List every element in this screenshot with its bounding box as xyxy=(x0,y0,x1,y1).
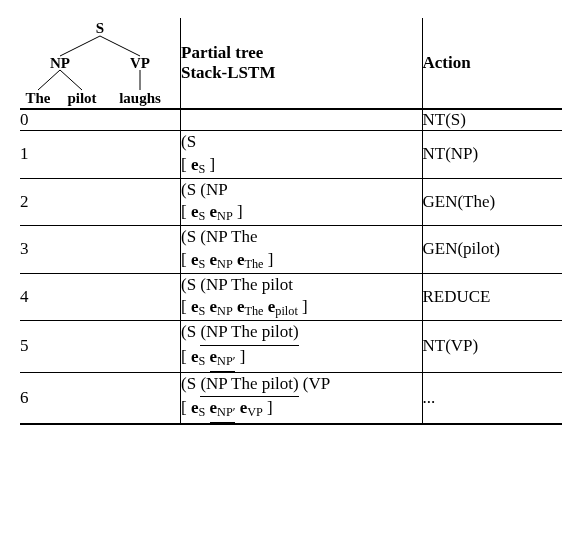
action-cell: NT(VP) xyxy=(422,321,562,373)
row-partial-stack xyxy=(181,109,423,131)
action-cell: GEN(The) xyxy=(422,178,562,226)
row-number: 2 xyxy=(20,178,181,226)
stack-line: [ eS eNP eThe epilot ] xyxy=(181,296,422,320)
header-action: Action xyxy=(422,18,562,109)
row-number: 0 xyxy=(20,109,181,131)
action-cell: NT(S) xyxy=(422,109,562,131)
stack-line: [ eS eNP′ eVP ] xyxy=(181,397,422,423)
action-cell: NT(NP) xyxy=(422,131,562,179)
header-partial-tree: Partial tree xyxy=(181,43,422,63)
header-stack-lstm: Stack-LSTM xyxy=(181,63,422,83)
tree-node-s: S xyxy=(96,20,104,37)
stack-line: [ eS eNP ] xyxy=(181,201,422,225)
svg-line-1 xyxy=(100,36,140,56)
header-mid: Partial tree Stack-LSTM xyxy=(181,18,423,109)
tree-leaf-pilot: pilot xyxy=(67,90,96,107)
partial-tree-line: (S (NP The pilot xyxy=(181,274,422,297)
action-cell: ... xyxy=(422,372,562,424)
row-number: 1 xyxy=(20,131,181,179)
partial-tree-line: (S (NP xyxy=(181,179,422,202)
row-partial-stack: (S[ eS ] xyxy=(181,131,423,179)
tree-node-np: NP xyxy=(50,55,70,72)
row-number: 6 xyxy=(20,372,181,424)
row-partial-stack: (S (NP[ eS eNP ] xyxy=(181,178,423,226)
row-number: 5 xyxy=(20,321,181,373)
row-number: 4 xyxy=(20,273,181,321)
row-number: 3 xyxy=(20,226,181,274)
partial-tree-line: (S (NP The xyxy=(181,226,422,249)
tree-leaf-the: The xyxy=(25,90,50,107)
row-partial-stack: (S (NP The pilot) (VP[ eS eNP′ eVP ] xyxy=(181,372,423,424)
header-tree-cell: S NP VP The pilot laughs xyxy=(20,18,181,109)
stack-line: [ eS ] xyxy=(181,154,422,178)
partial-tree-line: (S (NP The pilot) (VP xyxy=(181,373,422,398)
partial-tree-line: (S (NP The pilot) xyxy=(181,321,422,346)
parse-tree-diagram: S NP VP The pilot laughs xyxy=(20,18,180,108)
row-partial-stack: (S (NP The pilot)[ eS eNP′ ] xyxy=(181,321,423,373)
action-cell: REDUCE xyxy=(422,273,562,321)
tree-leaf-laughs: laughs xyxy=(119,90,161,107)
tree-node-vp: VP xyxy=(130,55,150,72)
svg-line-0 xyxy=(60,36,100,56)
svg-line-2 xyxy=(38,70,60,90)
stack-line: [ eS eNP′ ] xyxy=(181,346,422,372)
row-partial-stack: (S (NP The[ eS eNP eThe ] xyxy=(181,226,423,274)
action-cell: GEN(pilot) xyxy=(422,226,562,274)
row-partial-stack: (S (NP The pilot[ eS eNP eThe epilot ] xyxy=(181,273,423,321)
stack-line: [ eS eNP eThe ] xyxy=(181,249,422,273)
svg-line-3 xyxy=(60,70,82,90)
partial-tree-line: (S xyxy=(181,131,422,154)
